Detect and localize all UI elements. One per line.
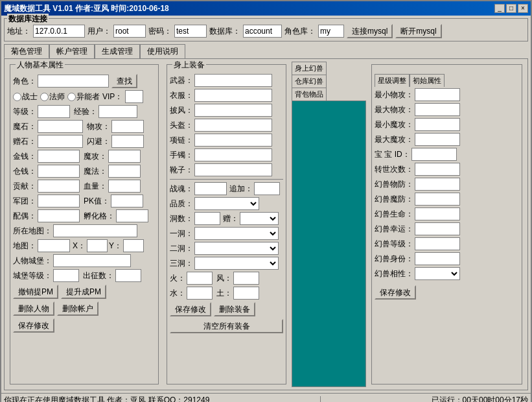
mofa-input[interactable] [108,165,141,178]
close-button[interactable]: × [518,4,528,13]
pet-hp-input[interactable] [415,207,460,220]
fire-input[interactable] [187,272,213,285]
necklace-input[interactable] [194,134,272,147]
pet-luck-input[interactable] [415,222,460,235]
role-input-field[interactable] [38,75,109,88]
shanbi-input[interactable] [111,135,144,148]
wugong-input[interactable] [111,120,144,133]
disconnect-button[interactable]: 断开mysql [395,24,441,38]
cape-input[interactable] [194,104,272,117]
water-input[interactable] [187,287,213,300]
tab-generate[interactable]: 生成管理 [95,44,140,58]
max-mag-atk-input[interactable] [415,133,460,146]
tab-help[interactable]: 使用说明 [140,44,185,58]
peishu-input[interactable] [38,209,80,222]
main-content: 人物基本属性 角色： 查找 战士 法师 异能者 VIP： 等级： 经验： [4,58,528,390]
city-input[interactable] [53,254,131,267]
main-tabs: 菊色管理 帐户管理 生成管理 使用说明 [4,44,528,58]
min-phy-atk-input[interactable] [415,88,460,101]
mogong-input[interactable] [108,150,141,163]
transfer-input[interactable] [415,163,460,176]
class-warrior[interactable] [13,93,21,101]
pet-id-input[interactable] [411,148,457,161]
delete-account-button[interactable]: 删除帐户 [57,302,98,316]
pwd-label: 密码： [148,26,172,37]
city-level-input[interactable] [53,269,79,282]
max-phy-atk-input[interactable] [415,103,460,116]
level-input[interactable] [38,105,70,118]
equip-panel: 身上装备 武器： 衣服： 披风： 头盔： 项链： [167,64,286,384]
hole3-select[interactable] [194,257,279,270]
cloth-input[interactable] [194,89,272,102]
zhanhun-input[interactable] [194,182,227,195]
user-input[interactable] [113,25,146,38]
delete-equip-button[interactable]: 删除装备 [214,302,255,316]
jianqian-input[interactable] [38,150,80,163]
pet-identity-input[interactable] [415,252,460,265]
status-left: 你现在正在使用魔域数据工具 作者：亚风 联系QQ：291249 [4,395,209,402]
pwd-input[interactable] [174,25,207,38]
class-psychic[interactable] [67,93,76,101]
clear-equip-button[interactable]: 清空所有装备 [170,319,283,333]
dimap-input[interactable] [38,239,70,252]
monster-tab-body[interactable]: 身上幻兽 [292,62,327,75]
hole1-select[interactable] [194,227,279,240]
role-input[interactable] [318,25,344,38]
earth-input[interactable] [233,287,259,300]
pk-input[interactable] [111,195,143,207]
hole2-select[interactable] [194,242,279,255]
y-input[interactable] [123,239,144,252]
title-controls: _ □ × [494,4,528,13]
user-label: 用户： [87,26,111,37]
tab-guise[interactable]: 菊色管理 [4,44,49,58]
expedition-input[interactable] [115,269,141,282]
star-tab-adjust[interactable]: 星级调整 [375,74,410,87]
monster-tab-storage[interactable]: 仓库幻兽 [292,75,327,88]
db-section: 数据库连接 地址： 用户： 密码： 数据库： 角色库： 连接mysql 断开my… [4,18,528,41]
min-mag-atk-input[interactable] [415,118,460,131]
junduan-input[interactable] [38,195,80,207]
holes-input[interactable] [194,212,220,225]
cancel-upgrade-button[interactable]: 撤销提PM [13,285,58,299]
connect-button[interactable]: 连接mysql [347,24,393,38]
minimize-button[interactable]: _ [494,4,505,13]
map-input[interactable] [53,224,137,237]
star-tab-initial[interactable]: 初始属性 [410,74,445,87]
addr-input[interactable] [33,25,85,38]
save-char-button[interactable]: 保存修改 [13,318,54,333]
moshi-input[interactable] [38,120,83,133]
upgrade-button[interactable]: 提升成PM [61,285,106,299]
weapon-input[interactable] [194,74,272,87]
delete-char-button[interactable]: 删除人物 [13,302,54,316]
helmet-input[interactable] [194,119,272,132]
wind-input[interactable] [233,272,259,285]
addr-label: 地址： [7,26,30,37]
vip-input[interactable] [125,90,143,103]
pet-affinity-select[interactable] [415,267,460,280]
exp-input[interactable] [98,105,137,118]
pet-mag-def-input[interactable] [415,193,460,206]
quality-select[interactable] [194,197,259,210]
db-label-text: 数据库： [209,26,240,37]
xueliang-input[interactable] [108,180,141,193]
save-equip-button[interactable]: 保存修改 [170,302,211,316]
bracelet-input[interactable] [194,148,272,161]
search-button[interactable]: 查找 [111,74,137,88]
gongxian-input[interactable] [38,180,80,193]
add-input[interactable] [254,182,280,195]
fuhuage-input[interactable] [116,209,148,222]
tab-account[interactable]: 帐户管理 [49,44,95,58]
gift-select[interactable] [240,212,279,225]
cangqian-input[interactable] [38,165,80,178]
pet-level-input[interactable] [415,237,460,250]
zengshi-input[interactable] [38,135,83,148]
save-star-button[interactable]: 保存修改 [375,285,416,300]
maximize-button[interactable]: □ [506,4,516,13]
shoes-input[interactable] [194,163,272,176]
db-section-label: 数据库连接 [7,14,49,25]
monster-tab-bag[interactable]: 背包物品 [292,88,327,100]
pet-phy-def-input[interactable] [415,178,460,191]
db-input[interactable] [243,25,282,38]
x-input[interactable] [87,239,108,252]
class-mage[interactable] [40,93,49,101]
